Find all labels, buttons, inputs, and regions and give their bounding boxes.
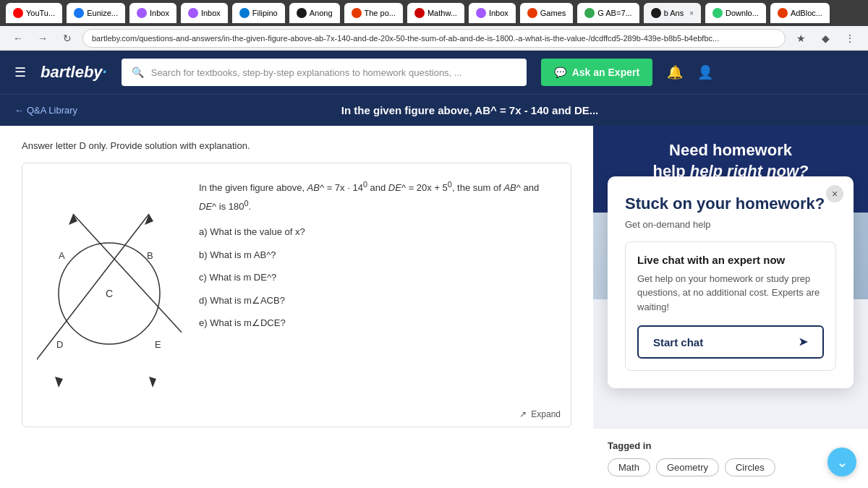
tab-adbloc[interactable]: AdBloc... — [770, 3, 830, 23]
svg-text:E: E — [155, 339, 161, 350]
search-icon: 🔍 — [132, 67, 144, 78]
downlc-favicon — [712, 8, 723, 18]
popup-subtitle: Get on-demand help — [625, 219, 836, 230]
page-title: In the given figure above, AB^ = 7x - 14… — [86, 104, 854, 116]
question-part-a: a) What is the value of x? — [199, 223, 556, 240]
back-button[interactable]: ← — [9, 29, 27, 48]
chevron-down-icon: ⌄ — [836, 453, 848, 471]
question-part-d: d) What is m∠ACB? — [199, 292, 556, 309]
anong-favicon — [297, 8, 307, 18]
question-box: C A B D E — [22, 163, 571, 427]
popup-inner-card: Live chat with an expert now Get help on… — [625, 241, 836, 372]
tab-ab7[interactable]: G AB=7... — [577, 3, 639, 23]
svg-line-6 — [73, 214, 182, 388]
close-tab-icon[interactable]: × — [689, 9, 694, 17]
forward-button[interactable]: → — [33, 29, 52, 48]
tag-geometry[interactable]: Geometry — [656, 458, 719, 476]
facebook-favicon — [74, 8, 84, 18]
svg-line-7 — [37, 214, 149, 388]
ab7-favicon — [584, 8, 595, 18]
address-bar[interactable]: bartleby.com/questions-and-answers/in-th… — [82, 29, 786, 48]
svg-marker-9 — [145, 214, 153, 225]
popup-title: Stuck on your homework? — [625, 194, 836, 215]
tab-inbox1[interactable]: Inbox — [129, 3, 176, 23]
hamburger-icon[interactable]: ☰ — [14, 64, 26, 80]
tab-mathw[interactable]: Mathw... — [407, 3, 464, 23]
bans-favicon — [651, 8, 661, 18]
site-logo[interactable]: bartleby· — [41, 63, 107, 82]
ask-expert-button[interactable]: 💬 Ask an Expert — [541, 59, 652, 86]
tag-math[interactable]: Math — [608, 458, 650, 476]
tab-games[interactable]: Games — [520, 3, 573, 23]
games-favicon — [527, 8, 537, 18]
popup-card: × Stuck on your homework? Get on-demand … — [608, 176, 854, 388]
inbox2-favicon — [188, 8, 198, 18]
tab-filipino[interactable]: Filipino — [232, 3, 285, 23]
tags-row: Math Geometry Circles — [608, 458, 854, 476]
diagram-container: C A B D E — [37, 178, 182, 412]
question-part-b: b) What is m AB^? — [199, 247, 556, 263]
notification-bell-icon[interactable]: 🔔 — [667, 64, 683, 80]
youtube-favicon — [13, 8, 23, 18]
tab-bans[interactable]: b Ans × — [644, 3, 701, 23]
svg-marker-8 — [69, 214, 77, 225]
mathw-favicon — [414, 8, 425, 18]
menu-button[interactable]: ⋮ — [841, 29, 859, 48]
adbloc-favicon — [778, 8, 788, 18]
user-avatar-icon[interactable]: 👤 — [697, 64, 713, 80]
extensions-button[interactable]: ◆ — [816, 29, 835, 48]
browser-chrome: YouTu... Eunize... Inbox Inbox Filipino … — [0, 0, 868, 26]
question-text-area: In the given figure above, AB^ = 7x · 14… — [199, 178, 556, 412]
reload-button[interactable]: ↻ — [58, 29, 77, 48]
tab-youtube[interactable]: YouTu... — [6, 3, 62, 23]
left-panel: Answer letter D only. Provide solution w… — [0, 126, 593, 488]
svg-marker-11 — [55, 377, 63, 388]
tab-eunizei[interactable]: Eunize... — [67, 3, 125, 23]
popup-inner-title: Live chat with an expert now — [637, 254, 824, 266]
svg-text:A: A — [59, 250, 65, 261]
start-chat-button[interactable]: Start chat ➤ — [637, 325, 824, 359]
bookmark-button[interactable]: ★ — [791, 29, 810, 48]
inbox1-favicon — [137, 8, 147, 18]
back-link[interactable]: ← Q&A Library — [14, 105, 77, 116]
site-header: ☰ bartleby· 🔍 Search for textbooks, step… — [0, 51, 868, 94]
question-instruction: Answer letter D only. Provide solution w… — [22, 140, 571, 151]
tab-inbox3[interactable]: Inbox — [469, 3, 516, 23]
svg-text:B: B — [147, 250, 153, 261]
sub-header: ← Q&A Library In the given figure above,… — [0, 94, 868, 126]
chat-icon: 💬 — [554, 67, 566, 78]
filipino-favicon — [239, 8, 250, 18]
popup-close-button[interactable]: × — [826, 185, 843, 202]
inbox3-favicon — [476, 8, 486, 18]
question-part-e: e) What is m∠DCE? — [199, 314, 556, 331]
thepo-favicon — [352, 8, 362, 18]
tab-anong[interactable]: Anong — [289, 3, 340, 23]
tagged-in-section: Tagged in Math Geometry Circles — [593, 428, 868, 488]
browser-controls: ← → ↻ bartleby.com/questions-and-answers… — [0, 26, 868, 51]
scroll-down-button[interactable]: ⌄ — [827, 448, 856, 476]
expand-icon: ↗ — [519, 409, 527, 419]
tab-inbox2[interactable]: Inbox — [181, 3, 228, 23]
svg-marker-10 — [149, 377, 156, 388]
arrow-right-icon: ➤ — [799, 335, 808, 348]
expand-button[interactable]: ↗ Expand — [519, 409, 561, 419]
question-part-c: c) What is m DE^? — [199, 269, 556, 286]
main-content: Answer letter D only. Provide solution w… — [0, 126, 868, 488]
tagged-in-label: Tagged in — [608, 440, 854, 451]
tab-downlc[interactable]: Downlo... — [705, 3, 766, 23]
right-panel: Need homework help help right now? Try L… — [593, 126, 868, 488]
search-bar[interactable]: 🔍 Search for textbooks, step-by-step exp… — [122, 59, 527, 86]
question-main-text: In the given figure above, AB^ = 7x · 14… — [199, 178, 556, 215]
geometry-diagram: C A B D E — [37, 178, 182, 409]
svg-text:C: C — [106, 288, 113, 299]
tag-circles[interactable]: Circles — [725, 458, 775, 476]
back-arrow-icon: ← — [14, 105, 24, 116]
svg-text:D: D — [56, 339, 63, 350]
popup-inner-desc: Get help on your homework or study prep … — [637, 272, 824, 314]
tab-thepo[interactable]: The po... — [344, 3, 403, 23]
